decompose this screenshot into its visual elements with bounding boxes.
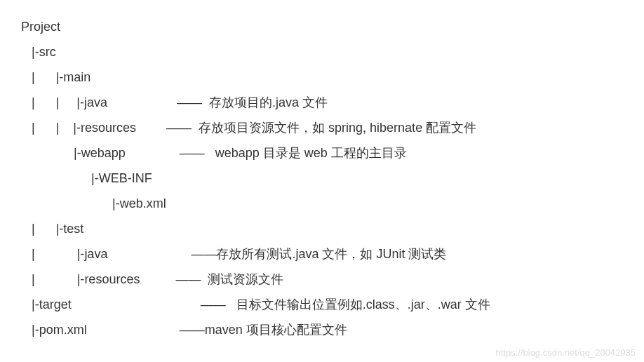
tree-prefix: |- [21, 166, 99, 191]
tree-node-name: WEB-INF [99, 166, 152, 191]
tree-row-webapp: |- webapp —— webapp 目录是 web 工程的主目录 [21, 140, 623, 166]
tree-prefix: | |- [21, 65, 63, 90]
tree-node-name: webapp [81, 140, 180, 166]
tree-node-name: resources [81, 115, 166, 140]
tree-prefix: | |- [21, 241, 84, 267]
tree-row-pom: |- pom.xml ——maven 项目核心配置文件 [21, 317, 623, 342]
tree-prefix: | | |- [21, 115, 81, 140]
tree-node-name: main [63, 65, 90, 90]
tree-row-test-java: | |- java ——存放所有测试.java 文件，如 JUnit 测试类 [21, 241, 623, 267]
tree-prefix: |- [21, 292, 39, 317]
tree-node-name: Project [21, 14, 60, 39]
tree-prefix: |- [21, 317, 39, 342]
tree-prefix: |- [21, 191, 120, 216]
tree-row-webxml: |- web.xml [21, 191, 623, 216]
tree-node-desc: ——maven 项目核心配置文件 [180, 317, 347, 342]
tree-node-desc: —— webapp 目录是 web 工程的主目录 [180, 140, 407, 166]
tree-prefix: |- [21, 140, 81, 166]
tree-node-desc: —— 存放项目的.java 文件 [177, 90, 328, 115]
tree-row-main-resources: | | |- resources —— 存放项目资源文件，如 spring, h… [21, 115, 623, 140]
tree-row-target: |- target —— 目标文件输出位置例如.class、.jar、.war … [21, 292, 623, 317]
tree-prefix: |- [21, 39, 39, 65]
tree-row-src: |- src [21, 39, 623, 65]
tree-prefix: | |- [21, 267, 84, 292]
tree-row-project: Project [21, 14, 623, 39]
project-tree: Project |- src | |- main | | |- java —— … [21, 14, 623, 342]
tree-node-name: java [84, 241, 191, 267]
tree-node-name: target [39, 292, 201, 317]
tree-node-desc: —— 测试资源文件 [175, 267, 283, 292]
tree-row-main: | |- main [21, 65, 623, 90]
watermark-text: https://blog.csdn.net/qq_20042935 [496, 347, 636, 358]
tree-row-test-resources: | |- resources —— 测试资源文件 [21, 267, 623, 292]
tree-node-desc: —— 目标文件输出位置例如.class、.jar、.war 文件 [201, 292, 490, 317]
tree-node-name: test [63, 216, 83, 241]
tree-node-name: web.xml [120, 191, 166, 216]
tree-node-name: java [84, 90, 177, 115]
tree-row-webinf: |- WEB-INF [21, 166, 623, 191]
tree-prefix: | |- [21, 216, 63, 241]
tree-node-name: resources [84, 267, 175, 292]
tree-row-main-java: | | |- java —— 存放项目的.java 文件 [21, 90, 623, 115]
tree-node-desc: ——存放所有测试.java 文件，如 JUnit 测试类 [191, 241, 446, 267]
tree-node-name: pom.xml [39, 317, 180, 342]
tree-row-test: | |- test [21, 216, 623, 241]
tree-node-name: src [39, 39, 56, 65]
tree-node-desc: —— 存放项目资源文件，如 spring, hibernate 配置文件 [166, 115, 476, 140]
tree-prefix: | | |- [21, 90, 84, 115]
